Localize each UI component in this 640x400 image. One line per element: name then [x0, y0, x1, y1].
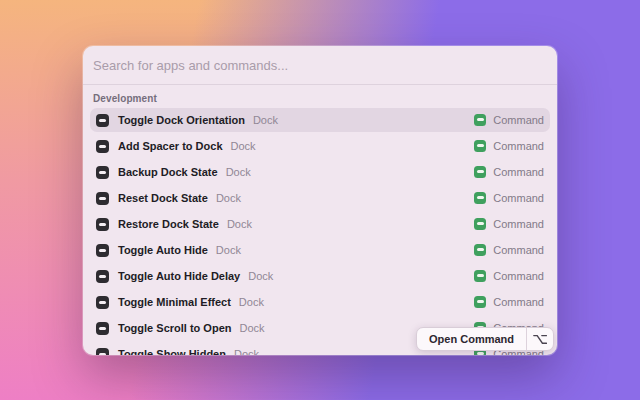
command-subtitle: Dock — [253, 114, 278, 126]
command-subtitle: Dock — [239, 296, 264, 308]
dock-extension-icon — [96, 244, 109, 257]
dock-extension-icon — [96, 270, 109, 283]
dock-extension-icon — [96, 348, 109, 356]
command-type-label: Command — [493, 218, 544, 230]
command-type-label: Command — [493, 296, 544, 308]
command-title: Reset Dock State — [118, 192, 208, 204]
command-subtitle: Dock — [239, 322, 264, 334]
command-type-icon — [474, 166, 486, 178]
command-title: Toggle Minimal Effect — [118, 296, 231, 308]
row-accessory-group: Command — [474, 114, 544, 126]
command-type-icon — [474, 114, 486, 126]
dock-extension-icon — [96, 296, 109, 309]
list-item[interactable]: Reset Dock State Dock Command — [90, 186, 550, 210]
command-subtitle: Dock — [234, 348, 259, 355]
command-title: Toggle Scroll to Open — [118, 322, 231, 334]
row-accessory-group: Command — [474, 218, 544, 230]
command-subtitle: Dock — [231, 140, 256, 152]
row-accessory-group: Command — [474, 192, 544, 204]
command-type-icon — [474, 244, 486, 256]
command-type-label: Command — [493, 166, 544, 178]
command-list: Toggle Dock Orientation Dock Command Add… — [83, 108, 557, 355]
list-item[interactable]: Backup Dock State Dock Command — [90, 160, 550, 184]
list-item[interactable]: Toggle Auto Hide Dock Command — [90, 238, 550, 262]
command-title: Backup Dock State — [118, 166, 218, 178]
row-accessory-group: Command — [474, 166, 544, 178]
list-item[interactable]: Toggle Dock Orientation Dock Command — [90, 108, 550, 132]
open-command-label: Open Command — [417, 333, 526, 345]
command-type-icon — [474, 218, 486, 230]
command-subtitle: Dock — [248, 270, 273, 282]
command-type-label: Command — [493, 192, 544, 204]
section-header: Development — [93, 93, 547, 104]
dock-extension-icon — [96, 166, 109, 179]
list-item[interactable]: Restore Dock State Dock Command — [90, 212, 550, 236]
list-item[interactable]: Toggle Minimal Effect Dock Command — [90, 290, 550, 314]
command-type-icon — [474, 140, 486, 152]
command-type-icon — [474, 192, 486, 204]
list-item[interactable]: Add Spacer to Dock Dock Command — [90, 134, 550, 158]
launcher-window: Development Toggle Dock Orientation Dock… — [83, 46, 557, 355]
search-bar — [83, 46, 557, 85]
command-subtitle: Dock — [216, 244, 241, 256]
row-accessory-group: Command — [474, 296, 544, 308]
search-input[interactable] — [83, 46, 557, 84]
command-type-label: Command — [493, 114, 544, 126]
open-command-hint[interactable]: Open Command — [416, 327, 554, 351]
dock-extension-icon — [96, 218, 109, 231]
command-type-label: Command — [493, 140, 544, 152]
command-title: Add Spacer to Dock — [118, 140, 223, 152]
dock-extension-icon — [96, 114, 109, 127]
command-title: Toggle Dock Orientation — [118, 114, 245, 126]
command-title: Toggle Auto Hide Delay — [118, 270, 240, 282]
command-subtitle: Dock — [227, 218, 252, 230]
command-title: Toggle Auto Hide — [118, 244, 208, 256]
dock-extension-icon — [96, 140, 109, 153]
command-type-icon — [474, 270, 486, 282]
option-key-icon — [527, 334, 553, 345]
command-subtitle: Dock — [216, 192, 241, 204]
row-accessory-group: Command — [474, 270, 544, 282]
row-accessory-group: Command — [474, 244, 544, 256]
command-subtitle: Dock — [226, 166, 251, 178]
row-accessory-group: Command — [474, 140, 544, 152]
command-type-icon — [474, 296, 486, 308]
command-type-label: Command — [493, 244, 544, 256]
dock-extension-icon — [96, 192, 109, 205]
command-title: Restore Dock State — [118, 218, 219, 230]
dock-extension-icon — [96, 322, 109, 335]
list-item[interactable]: Toggle Auto Hide Delay Dock Command — [90, 264, 550, 288]
command-title: Toggle Show Hidden — [118, 348, 226, 355]
command-type-label: Command — [493, 270, 544, 282]
